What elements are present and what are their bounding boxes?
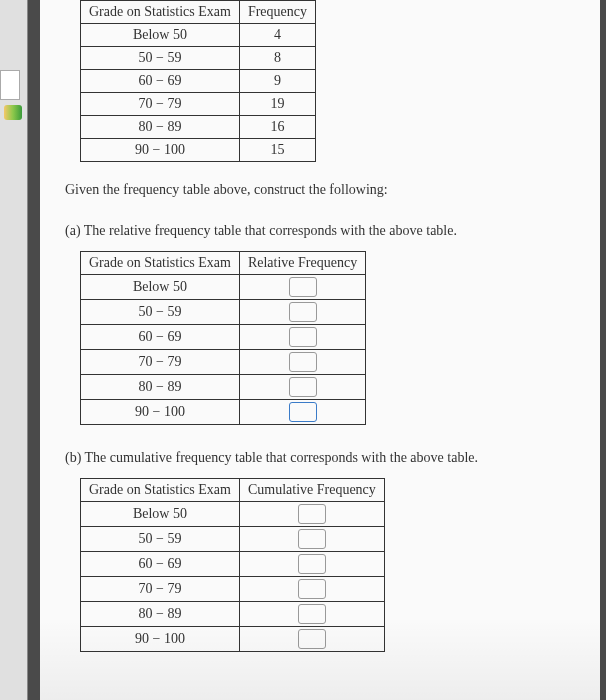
table-row: 60 − 69: [81, 325, 366, 350]
header-freq: Frequency: [239, 1, 315, 24]
header-grade: Grade on Statistics Exam: [81, 252, 240, 275]
input-b-3[interactable]: [298, 579, 326, 599]
table-row: 50 − 598: [81, 47, 316, 70]
table-row: 80 − 89: [81, 602, 385, 627]
table-row: 70 − 79: [81, 350, 366, 375]
table-row: 70 − 79: [81, 577, 385, 602]
instruction-text: Given the frequency table above, constru…: [65, 182, 575, 198]
input-a-5[interactable]: [289, 402, 317, 422]
relative-frequency-table: Grade on Statistics Exam Relative Freque…: [80, 251, 366, 425]
table-row: 80 − 8916: [81, 116, 316, 139]
table-row: 50 − 59: [81, 527, 385, 552]
header-grade: Grade on Statistics Exam: [81, 479, 240, 502]
table-row: 90 − 100: [81, 627, 385, 652]
input-b-2[interactable]: [298, 554, 326, 574]
part-b-label: (b) The cumulative frequency table that …: [65, 450, 575, 466]
left-sidebar: [0, 0, 28, 700]
input-b-5[interactable]: [298, 629, 326, 649]
table-row: 60 − 699: [81, 70, 316, 93]
color-indicator: [4, 105, 22, 120]
header-relfreq: Relative Frequency: [239, 252, 365, 275]
nav-tab[interactable]: [0, 70, 20, 100]
cumulative-frequency-table: Grade on Statistics Exam Cumulative Freq…: [80, 478, 385, 652]
input-b-4[interactable]: [298, 604, 326, 624]
input-b-0[interactable]: [298, 504, 326, 524]
input-a-0[interactable]: [289, 277, 317, 297]
table-row: Below 50: [81, 275, 366, 300]
table-row: Below 50: [81, 502, 385, 527]
table-row: 70 − 7919: [81, 93, 316, 116]
table-row: 50 − 59: [81, 300, 366, 325]
table-row: 60 − 69: [81, 552, 385, 577]
input-b-1[interactable]: [298, 529, 326, 549]
frequency-table: Grade on Statistics Exam Frequency Below…: [80, 0, 316, 162]
input-a-4[interactable]: [289, 377, 317, 397]
input-a-3[interactable]: [289, 352, 317, 372]
table-row: 90 − 10015: [81, 139, 316, 162]
table-row: 90 − 100: [81, 400, 366, 425]
input-a-2[interactable]: [289, 327, 317, 347]
table-row: 80 − 89: [81, 375, 366, 400]
question-page: Grade on Statistics Exam Frequency Below…: [40, 0, 600, 700]
table-row: Below 504: [81, 24, 316, 47]
input-a-1[interactable]: [289, 302, 317, 322]
part-a-label: (a) The relative frequency table that co…: [65, 223, 575, 239]
header-grade: Grade on Statistics Exam: [81, 1, 240, 24]
header-cumfreq: Cumulative Frequency: [239, 479, 384, 502]
